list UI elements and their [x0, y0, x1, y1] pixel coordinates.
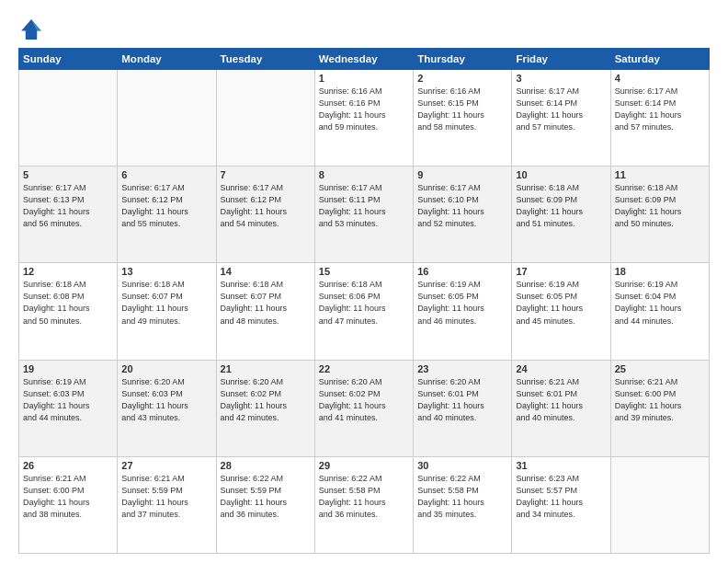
calendar-cell: 1Sunrise: 6:16 AM Sunset: 6:16 PM Daylig…: [314, 70, 413, 167]
cell-info: Sunrise: 6:21 AM Sunset: 6:00 PM Dayligh…: [23, 473, 113, 521]
day-number: 31: [516, 460, 606, 471]
calendar-cell: 3Sunrise: 6:17 AM Sunset: 6:14 PM Daylig…: [512, 70, 610, 167]
day-number: 16: [417, 266, 507, 277]
day-number: 14: [221, 266, 311, 277]
weekday-header-row: SundayMondayTuesdayWednesdayThursdayFrid…: [19, 49, 710, 70]
calendar-cell: 15Sunrise: 6:18 AM Sunset: 6:06 PM Dayli…: [314, 263, 413, 360]
calendar-cell: [19, 70, 118, 167]
day-number: 29: [319, 460, 409, 471]
day-number: 26: [23, 460, 113, 471]
day-number: 25: [615, 363, 705, 374]
day-number: 4: [615, 73, 705, 84]
cell-info: Sunrise: 6:18 AM Sunset: 6:09 PM Dayligh…: [615, 182, 705, 230]
cell-info: Sunrise: 6:16 AM Sunset: 6:15 PM Dayligh…: [417, 86, 507, 133]
calendar-cell: 13Sunrise: 6:18 AM Sunset: 6:07 PM Dayli…: [118, 263, 216, 360]
calendar-cell: 16Sunrise: 6:19 AM Sunset: 6:05 PM Dayli…: [414, 263, 512, 360]
week-row-5: 26Sunrise: 6:21 AM Sunset: 6:00 PM Dayli…: [19, 456, 710, 553]
cell-info: Sunrise: 6:20 AM Sunset: 6:03 PM Dayligh…: [121, 376, 211, 424]
day-number: 12: [23, 266, 113, 277]
calendar-cell: 31Sunrise: 6:23 AM Sunset: 5:57 PM Dayli…: [512, 456, 610, 553]
day-number: 30: [417, 460, 507, 471]
cell-info: Sunrise: 6:21 AM Sunset: 6:00 PM Dayligh…: [615, 376, 705, 424]
calendar-cell: 19Sunrise: 6:19 AM Sunset: 6:03 PM Dayli…: [19, 360, 118, 456]
day-number: 19: [23, 363, 113, 374]
cell-info: Sunrise: 6:18 AM Sunset: 6:09 PM Dayligh…: [516, 182, 606, 230]
cell-info: Sunrise: 6:21 AM Sunset: 5:59 PM Dayligh…: [121, 473, 211, 521]
logo-icon: [18, 17, 44, 42]
cell-info: Sunrise: 6:19 AM Sunset: 6:04 PM Dayligh…: [615, 279, 705, 327]
calendar-cell: 17Sunrise: 6:19 AM Sunset: 6:05 PM Dayli…: [512, 263, 610, 360]
cell-info: Sunrise: 6:21 AM Sunset: 6:01 PM Dayligh…: [516, 376, 606, 424]
day-number: 20: [121, 363, 211, 374]
cell-info: Sunrise: 6:18 AM Sunset: 6:07 PM Dayligh…: [121, 279, 211, 327]
calendar-cell: 10Sunrise: 6:18 AM Sunset: 6:09 PM Dayli…: [512, 167, 610, 263]
week-row-2: 5Sunrise: 6:17 AM Sunset: 6:13 PM Daylig…: [19, 167, 710, 263]
cell-info: Sunrise: 6:19 AM Sunset: 6:05 PM Dayligh…: [516, 279, 606, 327]
calendar-cell: 22Sunrise: 6:20 AM Sunset: 6:02 PM Dayli…: [314, 360, 413, 456]
day-number: 13: [121, 266, 211, 277]
calendar-cell: 6Sunrise: 6:17 AM Sunset: 6:12 PM Daylig…: [118, 167, 216, 263]
cell-info: Sunrise: 6:17 AM Sunset: 6:11 PM Dayligh…: [319, 182, 409, 230]
calendar-cell: 26Sunrise: 6:21 AM Sunset: 6:00 PM Dayli…: [19, 456, 118, 553]
day-number: 17: [516, 266, 606, 277]
weekday-thursday: Thursday: [414, 49, 512, 70]
calendar-cell: 29Sunrise: 6:22 AM Sunset: 5:58 PM Dayli…: [314, 456, 413, 553]
calendar-cell: [118, 70, 216, 167]
day-number: 8: [319, 169, 409, 180]
cell-info: Sunrise: 6:23 AM Sunset: 5:57 PM Dayligh…: [516, 473, 606, 521]
cell-info: Sunrise: 6:17 AM Sunset: 6:14 PM Dayligh…: [516, 86, 606, 133]
day-number: 1: [319, 73, 409, 84]
cell-info: Sunrise: 6:17 AM Sunset: 6:14 PM Dayligh…: [615, 86, 705, 133]
day-number: 23: [417, 363, 507, 374]
day-number: 18: [615, 266, 705, 277]
day-number: 5: [23, 169, 113, 180]
calendar-cell: 30Sunrise: 6:22 AM Sunset: 5:58 PM Dayli…: [414, 456, 512, 553]
cell-info: Sunrise: 6:18 AM Sunset: 6:08 PM Dayligh…: [23, 279, 113, 327]
cell-info: Sunrise: 6:20 AM Sunset: 6:02 PM Dayligh…: [319, 376, 409, 424]
cell-info: Sunrise: 6:18 AM Sunset: 6:06 PM Dayligh…: [319, 279, 409, 327]
day-number: 22: [319, 363, 409, 374]
cell-info: Sunrise: 6:17 AM Sunset: 6:13 PM Dayligh…: [23, 182, 113, 230]
cell-info: Sunrise: 6:22 AM Sunset: 5:58 PM Dayligh…: [417, 473, 507, 521]
calendar-cell: 18Sunrise: 6:19 AM Sunset: 6:04 PM Dayli…: [610, 263, 709, 360]
day-number: 27: [121, 460, 211, 471]
page: SundayMondayTuesdayWednesdayThursdayFrid…: [0, 0, 728, 563]
calendar-cell: 7Sunrise: 6:17 AM Sunset: 6:12 PM Daylig…: [216, 167, 314, 263]
weekday-friday: Friday: [512, 49, 610, 70]
logo: [18, 17, 48, 42]
calendar-cell: 28Sunrise: 6:22 AM Sunset: 5:59 PM Dayli…: [216, 456, 314, 553]
calendar-cell: [610, 456, 709, 553]
calendar-cell: 12Sunrise: 6:18 AM Sunset: 6:08 PM Dayli…: [19, 263, 118, 360]
day-number: 15: [319, 266, 409, 277]
calendar-cell: 14Sunrise: 6:18 AM Sunset: 6:07 PM Dayli…: [216, 263, 314, 360]
day-number: 6: [121, 169, 211, 180]
cell-info: Sunrise: 6:19 AM Sunset: 6:05 PM Dayligh…: [417, 279, 507, 327]
day-number: 21: [221, 363, 311, 374]
cell-info: Sunrise: 6:16 AM Sunset: 6:16 PM Dayligh…: [319, 86, 409, 133]
week-row-1: 1Sunrise: 6:16 AM Sunset: 6:16 PM Daylig…: [19, 70, 710, 167]
calendar-cell: 5Sunrise: 6:17 AM Sunset: 6:13 PM Daylig…: [19, 167, 118, 263]
weekday-sunday: Sunday: [19, 49, 118, 70]
day-number: 28: [221, 460, 311, 471]
day-number: 2: [417, 73, 507, 84]
calendar-cell: 8Sunrise: 6:17 AM Sunset: 6:11 PM Daylig…: [314, 167, 413, 263]
calendar-cell: 24Sunrise: 6:21 AM Sunset: 6:01 PM Dayli…: [512, 360, 610, 456]
calendar-cell: 11Sunrise: 6:18 AM Sunset: 6:09 PM Dayli…: [610, 167, 709, 263]
cell-info: Sunrise: 6:18 AM Sunset: 6:07 PM Dayligh…: [221, 279, 311, 327]
calendar-cell: 4Sunrise: 6:17 AM Sunset: 6:14 PM Daylig…: [610, 70, 709, 167]
day-number: 24: [516, 363, 606, 374]
cell-info: Sunrise: 6:17 AM Sunset: 6:10 PM Dayligh…: [417, 182, 507, 230]
weekday-tuesday: Tuesday: [216, 49, 314, 70]
day-number: 11: [615, 169, 705, 180]
calendar-cell: [216, 70, 314, 167]
cell-info: Sunrise: 6:22 AM Sunset: 5:58 PM Dayligh…: [319, 473, 409, 521]
weekday-saturday: Saturday: [610, 49, 709, 70]
weekday-wednesday: Wednesday: [314, 49, 413, 70]
calendar-cell: 23Sunrise: 6:20 AM Sunset: 6:01 PM Dayli…: [414, 360, 512, 456]
cell-info: Sunrise: 6:17 AM Sunset: 6:12 PM Dayligh…: [121, 182, 211, 230]
calendar-table: SundayMondayTuesdayWednesdayThursdayFrid…: [18, 48, 710, 554]
calendar-cell: 21Sunrise: 6:20 AM Sunset: 6:02 PM Dayli…: [216, 360, 314, 456]
cell-info: Sunrise: 6:19 AM Sunset: 6:03 PM Dayligh…: [23, 376, 113, 424]
calendar-cell: 2Sunrise: 6:16 AM Sunset: 6:15 PM Daylig…: [414, 70, 512, 167]
calendar-cell: 9Sunrise: 6:17 AM Sunset: 6:10 PM Daylig…: [414, 167, 512, 263]
